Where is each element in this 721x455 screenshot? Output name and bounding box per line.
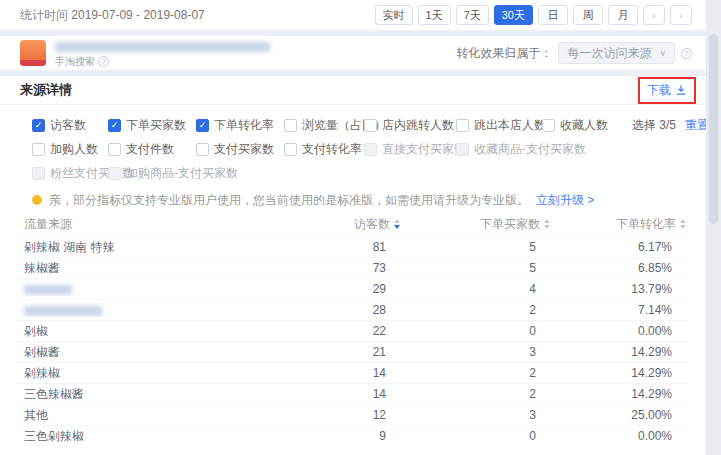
order-buyers-value: 2 [404,303,554,317]
metric-label: 下单买家数 [126,117,186,134]
table-row: 剁椒2200.00% [16,320,690,341]
download-button[interactable]: 下载 [647,82,687,99]
column-header-visitors[interactable]: 访客数 [308,216,404,233]
time-button[interactable]: 30天 [494,5,533,25]
metric-checkbox[interactable]: ✓跳出本店人数 [456,117,542,134]
table-row: 剁辣椒 湖南 特辣8156.17% [16,236,690,257]
order-buyers-value: 3 [404,345,554,359]
source-name: 剁椒酱 [16,344,308,361]
stat-time-bar: 统计时间 2019-07-09 - 2019-08-07 实时1天7天30天日周… [0,0,706,30]
scrollbar-thumb[interactable] [709,34,718,224]
metric-checkbox[interactable]: ✓浏览量（占比） [284,117,364,134]
checkbox-icon: ✓ [32,119,45,132]
visitors-value: 81 [308,240,404,254]
help-icon[interactable]: ? [681,48,692,59]
panel-title: 来源详情 [20,81,72,99]
column-header-order-buyers[interactable]: 下单买家数 [404,216,554,233]
order-conversion-value: 0.00% [554,324,690,338]
notice-text: 亲，部分指标仅支持专业版用户使用，您当前使用的是标准版，如需使用请升级为专业版。 [49,192,529,209]
product-thumbnail [20,40,46,66]
order-buyers-value: 0 [404,429,554,443]
visitors-value: 73 [308,261,404,275]
metric-checkbox[interactable]: ✓支付件数 [108,141,196,158]
order-buyers-value: 5 [404,261,554,275]
stat-time-label: 统计时间 [20,8,68,22]
metric-checkbox[interactable]: ✓收藏人数 [542,117,632,134]
metric-checkbox[interactable]: ✓访客数 [32,117,108,134]
metric-checkbox: ✓直接支付买家数 [364,141,456,158]
table-row: 辣椒酱7356.85% [16,257,690,278]
attribution-select[interactable]: 每一次访问来源 ∨ [558,42,675,64]
table-header-row: 流量来源 访客数 下单买家数 下单转化率 [16,212,690,236]
time-button[interactable]: 7天 [456,5,489,25]
order-buyers-value: 4 [404,282,554,296]
table-row: 其他12325.00% [16,404,690,425]
table-row: 三色辣椒酱14214.29% [16,383,690,404]
help-icon[interactable]: ? [98,56,109,67]
source-name: 三色剁辣椒 [16,428,308,445]
sort-icon [394,219,400,229]
table-row: 三色剁辣椒900.00% [16,425,690,446]
product-summary: 手淘搜索 ? [20,38,270,69]
chevron-right-icon[interactable]: › [670,5,692,25]
attribution-value: 每一次访问来源 [567,45,651,62]
time-button[interactable]: 日 [538,5,568,25]
source-name [16,303,308,317]
metric-checkbox[interactable]: ✓下单买家数 [108,117,196,134]
page: 统计时间 2019-07-09 - 2019-08-07 实时1天7天30天日周… [0,0,706,455]
channel-label: 手淘搜索 [55,55,95,69]
checkbox-icon: ✓ [196,119,209,132]
notice-dot-icon [32,195,42,205]
source-detail-panel: 来源详情 下载 选择 3/5 重置 ✓访客数✓下单买家数✓下单转化率✓浏览量（占… [0,76,706,455]
stat-time: 统计时间 2019-07-09 - 2019-08-07 [20,7,205,24]
source-name: 剁辣椒 [16,365,308,382]
visitors-value: 9 [308,429,404,443]
upgrade-link[interactable]: 立刻升级 > [536,192,594,209]
metric-label: 加购人数 [50,141,98,158]
download-label: 下载 [647,82,671,99]
metric-checkbox[interactable]: ✓店内跳转人数 [364,117,456,134]
download-icon [675,84,687,96]
metric-label: 支付件数 [126,141,174,158]
metric-label: 支付买家数 [214,141,274,158]
sort-icon [680,219,686,229]
metric-label: 收藏商品-支付买家数 [474,141,586,158]
table-row: 29413.79% [16,278,690,299]
time-button[interactable]: 月 [608,5,638,25]
visitors-value: 29 [308,282,404,296]
time-button[interactable]: 实时 [375,5,413,25]
metric-label: 支付转化率 [302,141,362,158]
scrollbar-track[interactable] [706,0,721,455]
chevron-left-icon[interactable]: ‹ [643,5,665,25]
product-channel: 手淘搜索 ? [55,55,270,69]
checkbox-icon: ✓ [284,119,297,132]
metric-checkbox[interactable]: ✓支付转化率 [284,141,364,158]
checkbox-icon: ✓ [284,143,297,156]
upgrade-notice: 亲，部分指标仅支持专业版用户使用，您当前使用的是标准版，如需使用请升级为专业版。… [0,192,706,208]
product-title-redacted [55,42,270,52]
metric-checkbox[interactable]: ✓支付买家数 [196,141,284,158]
column-header-order-conversion[interactable]: 下单转化率 [554,216,690,233]
checkbox-icon: ✓ [32,143,45,156]
attribution-label: 转化效果归属于： [456,45,552,62]
source-name: 剁辣椒 湖南 特辣 [16,239,308,256]
checkbox-icon: ✓ [364,119,377,132]
metric-checkbox[interactable]: ✓下单转化率 [196,117,284,134]
order-conversion-value: 6.85% [554,261,690,275]
order-conversion-value: 14.29% [554,387,690,401]
metric-label: 收藏人数 [560,117,608,134]
time-button[interactable]: 周 [573,5,603,25]
order-buyers-value: 2 [404,387,554,401]
order-conversion-value: 0.00% [554,429,690,443]
metric-label: 店内跳转人数 [382,117,454,134]
source-name [16,282,308,296]
metric-checkbox: ✓加购商品-支付买家数 [108,165,196,182]
checkbox-icon: ✓ [108,119,121,132]
metric-checkbox[interactable]: ✓加购人数 [32,141,108,158]
checkbox-icon: ✓ [32,167,45,180]
checkbox-icon: ✓ [364,143,377,156]
stat-date-range: 2019-07-09 - 2019-08-07 [71,8,204,22]
time-button[interactable]: 1天 [418,5,451,25]
source-name: 辣椒酱 [16,260,308,277]
order-conversion-value: 14.29% [554,345,690,359]
